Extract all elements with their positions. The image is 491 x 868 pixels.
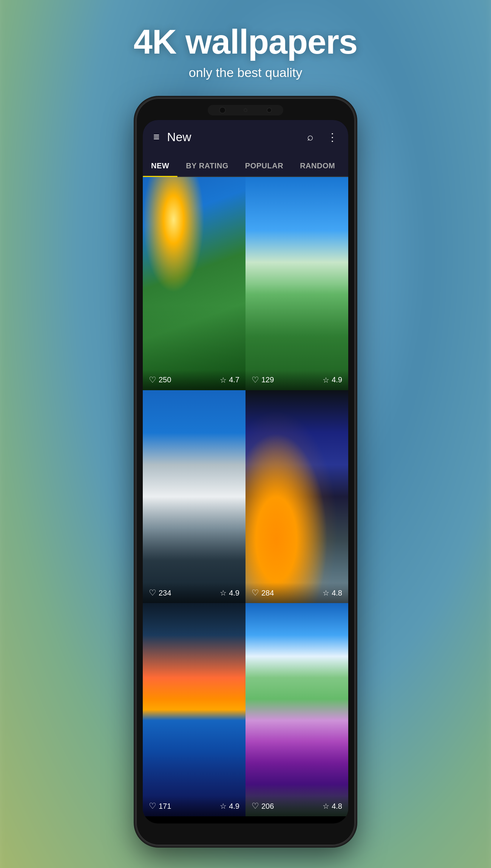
phone-notch — [208, 105, 283, 115]
sensor — [267, 108, 272, 113]
phone-shell: ≡ New ⌕ ⋮ NEW BY RATING POPULAR RANDOM ♡… — [136, 98, 355, 845]
rating-5: 4.9 — [229, 802, 239, 811]
heart-icon-3: ♡ — [149, 588, 156, 598]
app-bar: ≡ New ⌕ ⋮ — [143, 120, 348, 154]
wallpaper-item-4[interactable]: ♡ 284 ☆ 4.8 — [246, 390, 348, 603]
likes-count-5: 171 — [159, 802, 220, 811]
wallpaper-item-6[interactable]: ♡ 206 ☆ 4.8 — [246, 603, 348, 816]
wallpaper-item-1[interactable]: ♡ 250 ☆ 4.7 — [143, 177, 246, 390]
tab-bar: NEW BY RATING POPULAR RANDOM — [143, 154, 348, 177]
star-icon-4: ☆ — [323, 588, 329, 597]
wallpaper-item-5[interactable]: ♡ 171 ☆ 4.9 — [143, 603, 246, 816]
wallpaper-item-2[interactable]: ♡ 129 ☆ 4.9 — [246, 177, 348, 390]
hero-section: 4K wallpapers only the best quality — [0, 23, 491, 80]
star-icon-1: ☆ — [220, 376, 227, 385]
wallpaper-stats-1: ♡ 250 ☆ 4.7 — [143, 370, 246, 390]
rating-6: 4.8 — [332, 802, 342, 811]
hero-title: 4K wallpapers — [0, 23, 491, 62]
likes-count-2: 129 — [261, 376, 323, 384]
heart-icon-4: ♡ — [252, 588, 259, 598]
phone-mockup: ≡ New ⌕ ⋮ NEW BY RATING POPULAR RANDOM ♡… — [136, 98, 355, 845]
rating-4: 4.8 — [332, 589, 342, 597]
star-icon-2: ☆ — [323, 376, 329, 385]
heart-icon-2: ♡ — [252, 375, 259, 385]
star-icon-6: ☆ — [323, 802, 329, 811]
heart-icon-1: ♡ — [149, 375, 156, 385]
star-icon-3: ☆ — [220, 588, 227, 597]
heart-icon-6: ♡ — [252, 801, 259, 811]
tab-popular[interactable]: POPULAR — [237, 154, 292, 176]
rating-3: 4.9 — [229, 589, 239, 597]
rating-2: 4.9 — [332, 376, 342, 384]
tab-by-rating[interactable]: BY RATING — [178, 154, 237, 176]
front-camera — [219, 107, 226, 114]
menu-icon[interactable]: ≡ — [153, 131, 159, 143]
wallpaper-stats-5: ♡ 171 ☆ 4.9 — [143, 796, 246, 816]
likes-count-6: 206 — [261, 802, 323, 811]
phone-screen: ≡ New ⌕ ⋮ NEW BY RATING POPULAR RANDOM ♡… — [143, 120, 348, 823]
wallpaper-stats-3: ♡ 234 ☆ 4.9 — [143, 583, 246, 603]
heart-icon-5: ♡ — [149, 801, 156, 811]
tab-new[interactable]: NEW — [143, 154, 178, 176]
speaker — [244, 108, 247, 112]
likes-count-3: 234 — [159, 589, 220, 597]
star-icon-5: ☆ — [220, 802, 227, 811]
wallpaper-stats-2: ♡ 129 ☆ 4.9 — [246, 370, 348, 390]
rating-1: 4.7 — [229, 376, 239, 384]
likes-count-1: 250 — [159, 376, 220, 384]
wallpaper-stats-4: ♡ 284 ☆ 4.8 — [246, 583, 348, 603]
likes-count-4: 284 — [261, 589, 323, 597]
tab-random[interactable]: RANDOM — [292, 154, 343, 176]
more-options-icon[interactable]: ⋮ — [327, 131, 338, 143]
search-icon[interactable]: ⌕ — [307, 131, 313, 143]
app-title: New — [167, 130, 300, 144]
wallpaper-item-3[interactable]: ♡ 234 ☆ 4.9 — [143, 390, 246, 603]
wallpaper-stats-6: ♡ 206 ☆ 4.8 — [246, 796, 348, 816]
hero-subtitle: only the best quality — [0, 65, 491, 80]
wallpaper-grid: ♡ 250 ☆ 4.7 ♡ 129 ☆ 4.9 — [143, 177, 348, 816]
